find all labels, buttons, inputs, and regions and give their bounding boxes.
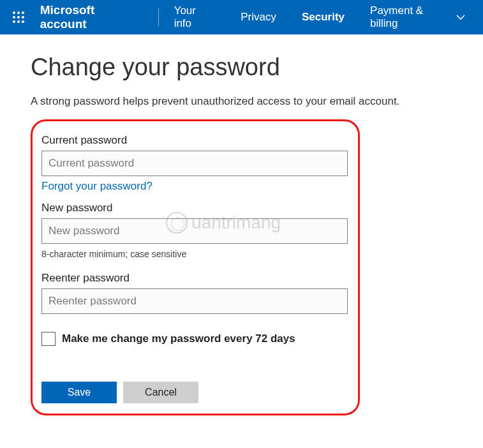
page-subtitle: A strong password helps prevent unauthor… (31, 95, 452, 108)
svg-point-0 (13, 11, 15, 14)
force-change-checkbox[interactable] (41, 332, 56, 346)
forgot-password-link[interactable]: Forgot your password? (41, 180, 152, 193)
svg-point-6 (13, 20, 15, 23)
change-password-form: Current password Forgot your password? N… (31, 119, 360, 415)
nav-your-info[interactable]: Your info (161, 0, 228, 34)
nav-payment-billing[interactable]: Payment & billing (357, 0, 478, 34)
svg-point-2 (22, 11, 24, 14)
nav-payment-label: Payment & billing (370, 4, 451, 30)
app-launcher-icon[interactable] (5, 3, 33, 31)
brand-title[interactable]: Microsoft account (33, 3, 156, 31)
current-password-label: Current password (41, 134, 349, 147)
new-password-input[interactable] (41, 218, 348, 244)
save-button[interactable]: Save (41, 382, 117, 403)
reenter-password-label: Reenter password (41, 272, 349, 285)
page-content: Change your password A strong password h… (0, 34, 483, 441)
chevron-down-icon (456, 11, 465, 24)
page-title: Change your password (31, 54, 452, 81)
nav-security[interactable]: Security (289, 0, 357, 34)
force-change-label: Make me change my password every 72 days (62, 332, 295, 345)
force-change-row: Make me change my password every 72 days (41, 332, 349, 346)
svg-point-1 (17, 11, 20, 14)
new-password-label: New password (41, 202, 349, 214)
nav-privacy[interactable]: Privacy (228, 0, 289, 34)
nav-divider (158, 8, 159, 26)
top-nav-bar: Microsoft account Your info Privacy Secu… (0, 0, 483, 34)
svg-point-4 (17, 16, 20, 19)
password-hint: 8-character minimum; case sensitive (41, 249, 349, 259)
svg-point-7 (17, 20, 20, 23)
reenter-password-input[interactable] (41, 288, 348, 314)
current-password-input[interactable] (41, 151, 348, 176)
svg-point-5 (22, 16, 24, 19)
svg-point-8 (22, 20, 24, 23)
button-row: Save Cancel (41, 382, 349, 403)
svg-point-3 (13, 16, 15, 19)
cancel-button[interactable]: Cancel (123, 382, 198, 403)
